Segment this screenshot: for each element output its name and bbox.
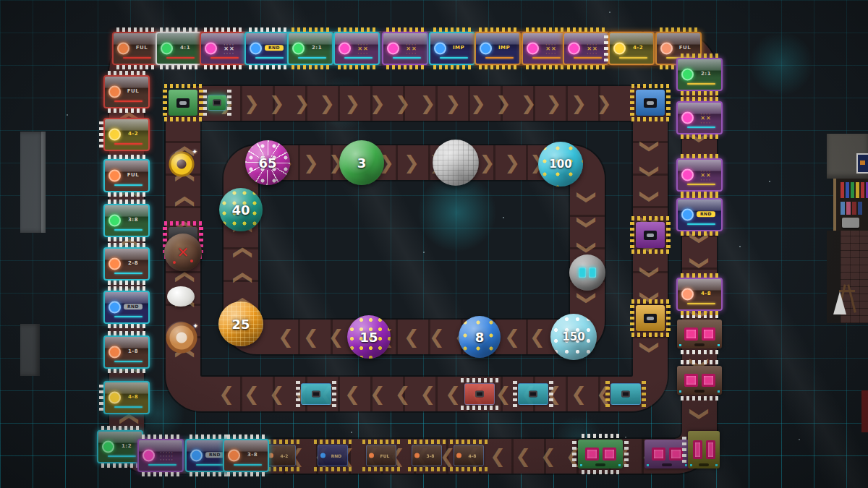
game-viewport: ❯❯❯❯❯❯❯❯❯❯❯❯❯❯❯❯❯❯❯❯❯❯❯❯❯❯❯❯❯❯❯❯❯❯❮❮❮❮❮❮…: [0, 0, 868, 488]
vignette: [0, 0, 868, 488]
